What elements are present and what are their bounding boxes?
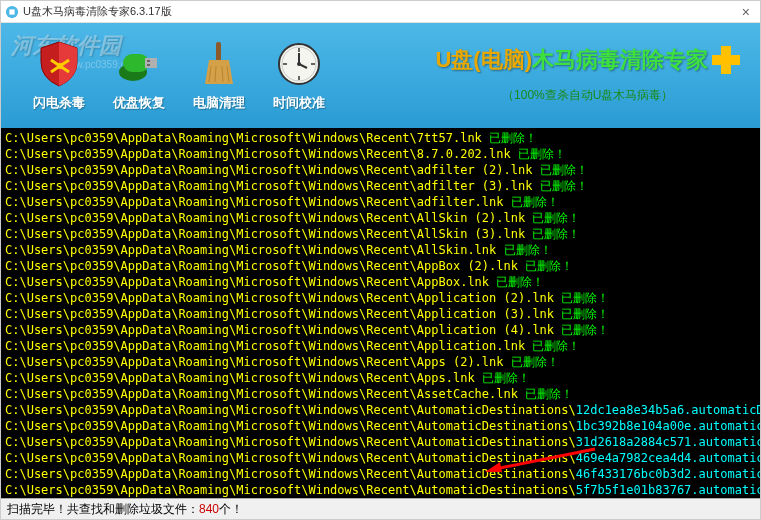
log-line: C:\Users\pc0359\AppData\Roaming\Microsof… xyxy=(5,370,756,386)
log-line: C:\Users\pc0359\AppData\Roaming\Microsof… xyxy=(5,482,756,498)
log-line: C:\Users\pc0359\AppData\Roaming\Microsof… xyxy=(5,290,756,306)
recover-button[interactable]: 优盘恢复 xyxy=(99,32,179,120)
clean-button[interactable]: 电脑清理 xyxy=(179,32,259,120)
header-toolbar: 河东软件园 www.pc0359.cn 闪电杀毒 优盘恢复 电脑清理 时间校准 xyxy=(1,23,760,128)
toolbar: 闪电杀毒 优盘恢复 电脑清理 时间校准 xyxy=(1,32,339,120)
log-output[interactable]: C:\Users\pc0359\AppData\Roaming\Microsof… xyxy=(1,128,760,498)
scan-button[interactable]: 闪电杀毒 xyxy=(19,32,99,120)
scan-label: 闪电杀毒 xyxy=(33,94,85,112)
log-line: C:\Users\pc0359\AppData\Roaming\Microsof… xyxy=(5,242,756,258)
status-count: 840 xyxy=(199,502,219,516)
window-title: U盘木马病毒清除专家6.3.17版 xyxy=(23,4,736,19)
log-line: C:\Users\pc0359\AppData\Roaming\Microsof… xyxy=(5,162,756,178)
svg-rect-4 xyxy=(145,58,157,68)
status-suffix: 个！ xyxy=(219,501,243,518)
log-line: C:\Users\pc0359\AppData\Roaming\Microsof… xyxy=(5,338,756,354)
app-icon xyxy=(5,5,19,19)
clock-icon xyxy=(275,40,323,88)
log-line: C:\Users\pc0359\AppData\Roaming\Microsof… xyxy=(5,466,756,482)
log-line: C:\Users\pc0359\AppData\Roaming\Microsof… xyxy=(5,354,756,370)
clean-label: 电脑清理 xyxy=(193,94,245,112)
svg-rect-5 xyxy=(147,60,150,62)
brand-subtitle: （100%查杀自动U盘木马病毒） xyxy=(435,87,740,104)
svg-rect-6 xyxy=(147,64,150,66)
log-line: C:\Users\pc0359\AppData\Roaming\Microsof… xyxy=(5,306,756,322)
brand-prefix: U盘(电脑) xyxy=(435,45,532,75)
svg-point-1 xyxy=(57,63,63,69)
plus-icon xyxy=(712,46,740,74)
log-line: C:\Users\pc0359\AppData\Roaming\Microsof… xyxy=(5,178,756,194)
usb-icon xyxy=(115,40,163,88)
log-line: C:\Users\pc0359\AppData\Roaming\Microsof… xyxy=(5,146,756,162)
status-bar: 扫描完毕！共查找和删除垃圾文件：840个！ xyxy=(1,498,760,519)
svg-point-20 xyxy=(297,62,301,66)
log-line: C:\Users\pc0359\AppData\Roaming\Microsof… xyxy=(5,130,756,146)
log-line: C:\Users\pc0359\AppData\Roaming\Microsof… xyxy=(5,194,756,210)
brand-suffix: 木马病毒清除专家 xyxy=(532,45,708,75)
log-line: C:\Users\pc0359\AppData\Roaming\Microsof… xyxy=(5,434,756,450)
shield-icon xyxy=(35,40,83,88)
log-line: C:\Users\pc0359\AppData\Roaming\Microsof… xyxy=(5,258,756,274)
time-label: 时间校准 xyxy=(273,94,325,112)
svg-rect-7 xyxy=(216,42,221,62)
log-line: C:\Users\pc0359\AppData\Roaming\Microsof… xyxy=(5,386,756,402)
log-line: C:\Users\pc0359\AppData\Roaming\Microsof… xyxy=(5,274,756,290)
broom-icon xyxy=(195,40,243,88)
brand-title: U盘(电脑)木马病毒清除专家 xyxy=(435,45,740,75)
log-line: C:\Users\pc0359\AppData\Roaming\Microsof… xyxy=(5,418,756,434)
time-button[interactable]: 时间校准 xyxy=(259,32,339,120)
titlebar: U盘木马病毒清除专家6.3.17版 × xyxy=(1,1,760,23)
status-prefix: 扫描完毕！共查找和删除垃圾文件： xyxy=(7,501,199,518)
log-line: C:\Users\pc0359\AppData\Roaming\Microsof… xyxy=(5,450,756,466)
recover-label: 优盘恢复 xyxy=(113,94,165,112)
log-line: C:\Users\pc0359\AppData\Roaming\Microsof… xyxy=(5,322,756,338)
close-icon[interactable]: × xyxy=(736,4,756,20)
log-line: C:\Users\pc0359\AppData\Roaming\Microsof… xyxy=(5,402,756,418)
log-line: C:\Users\pc0359\AppData\Roaming\Microsof… xyxy=(5,226,756,242)
log-line: C:\Users\pc0359\AppData\Roaming\Microsof… xyxy=(5,210,756,226)
brand-area: U盘(电脑)木马病毒清除专家 （100%查杀自动U盘木马病毒） xyxy=(435,45,740,104)
